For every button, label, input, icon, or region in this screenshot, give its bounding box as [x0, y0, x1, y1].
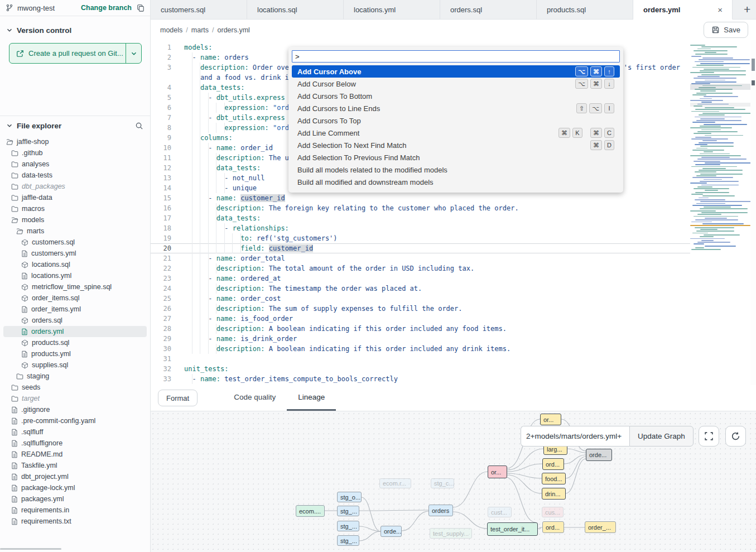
folder-item[interactable]: macros	[3, 203, 147, 214]
palette-item[interactable]: Add Cursors To Top	[292, 114, 620, 127]
code-line[interactable]: 15 - name: customer_id	[151, 193, 690, 203]
code-line[interactable]: 33 - name: test_order_items_compute_to_b…	[151, 374, 690, 384]
lineage-node[interactable]: ecom....	[296, 505, 325, 517]
save-button[interactable]: Save	[704, 22, 748, 38]
lineage-node[interactable]: stg_c...	[431, 478, 454, 488]
lineage-node[interactable]: or...	[488, 465, 507, 478]
file-item[interactable]: orders.sql	[3, 315, 147, 326]
palette-item[interactable]: Add Cursors to Line Ends⇧⌥I	[292, 102, 620, 114]
file-item[interactable]: metricflow_time_spine.sql	[3, 281, 147, 292]
panel-tab-lineage[interactable]: Lineage	[287, 385, 336, 411]
file-item[interactable]: supplies.sql	[3, 359, 147, 371]
close-tab-icon[interactable]: ×	[716, 5, 724, 15]
code-line[interactable]: 25 - name: order_cost	[151, 294, 690, 304]
folder-item[interactable]: dbt_packages	[3, 181, 147, 192]
file-item[interactable]: products.yml	[3, 348, 147, 359]
folder-item[interactable]: .github	[3, 147, 147, 159]
lineage-node[interactable]: orders	[428, 505, 453, 516]
lineage-node[interactable]: test_supply...	[430, 528, 472, 539]
palette-item[interactable]: Add Cursor Below⌥⌘↓	[292, 78, 620, 90]
lineage-node[interactable]: food...	[542, 473, 566, 484]
lineage-node[interactable]: stg_o...	[337, 492, 362, 502]
format-button[interactable]: Format	[158, 390, 198, 406]
tab-locations.yml[interactable]: locations.yml	[344, 0, 440, 19]
folder-item[interactable]: models	[3, 214, 147, 225]
file-item[interactable]: .sqlfluffignore	[3, 438, 147, 449]
file-item[interactable]: .gitignore	[3, 404, 147, 415]
tab-locations.sql[interactable]: locations.sql	[247, 0, 344, 19]
file-item[interactable]: package-lock.yml	[3, 482, 147, 493]
copy-branch-icon[interactable]	[137, 4, 145, 12]
file-item[interactable]: requirements.txt	[3, 516, 147, 527]
lineage-node[interactable]: stg_...	[337, 521, 359, 531]
tab-customers.sql[interactable]: customers.sql	[151, 0, 247, 19]
change-branch-link[interactable]: Change branch	[81, 4, 132, 12]
lineage-canvas[interactable]: Update Graph ecom.r...stg_c...stg_o...ec…	[151, 411, 756, 552]
folder-item[interactable]: target	[3, 393, 147, 404]
code-line[interactable]: 20 field: customer_id	[151, 243, 690, 253]
tab-products.sql[interactable]: products.sql	[537, 0, 633, 19]
file-item[interactable]: locations.yml	[3, 270, 147, 281]
panel-tab-code-quality[interactable]: Code quality	[223, 385, 287, 411]
code-line[interactable]: 22 description: The total amount of the …	[151, 263, 690, 273]
file-item[interactable]: .sqlfluff	[3, 426, 147, 438]
palette-item[interactable]: Build all modified and downstream models	[292, 176, 620, 188]
tab-orders.yml[interactable]: orders.yml×	[633, 0, 733, 20]
file-item[interactable]: order_items.yml	[3, 304, 147, 315]
code-line[interactable]: 19 to: ref('stg_customers')	[151, 233, 690, 243]
lineage-node[interactable]: ord...	[542, 458, 564, 470]
folder-item[interactable]: data-tests	[3, 170, 147, 181]
lineage-node[interactable]: stg_...	[337, 535, 359, 546]
pr-dropdown-chevron[interactable]	[126, 44, 141, 63]
breadcrumb-marts[interactable]: marts	[191, 26, 209, 34]
folder-item[interactable]: marts	[3, 225, 147, 237]
breadcrumb-models[interactable]: models	[160, 26, 182, 34]
file-item[interactable]: order_items.sql	[3, 292, 147, 304]
code-line[interactable]: 21 - name: order_total	[151, 253, 690, 263]
code-line[interactable]: 27 - name: is_food_order	[151, 314, 690, 324]
fullscreen-button[interactable]	[699, 426, 719, 447]
command-palette-input[interactable]	[292, 50, 620, 63]
code-line[interactable]: 26 description: The sum of supply expens…	[151, 304, 690, 314]
lineage-node[interactable]: cust...	[488, 507, 512, 517]
palette-item[interactable]: Add Selection To Previous Find Match	[292, 151, 620, 164]
code-line[interactable]: 31	[151, 354, 690, 364]
code-line[interactable]: 23 - name: ordered_at	[151, 273, 690, 284]
lineage-node[interactable]: orde...	[586, 449, 612, 461]
search-icon[interactable]	[135, 122, 143, 130]
file-item[interactable]: packages.yml	[3, 493, 147, 505]
editor-vscrollbar[interactable]	[750, 40, 756, 385]
file-item[interactable]: dbt_project.yml	[3, 471, 147, 482]
lineage-node[interactable]: order_...	[585, 521, 616, 533]
refresh-button[interactable]	[725, 426, 746, 447]
sidebar-hscrollbar[interactable]	[0, 548, 151, 550]
palette-item[interactable]: Add Cursors To Bottom	[292, 90, 620, 102]
lineage-node[interactable]: stg_...	[337, 506, 359, 516]
file-item[interactable]: requirements.in	[3, 505, 147, 516]
file-item[interactable]: README.md	[3, 449, 147, 460]
code-line[interactable]: 17 data_tests:	[151, 213, 690, 223]
minimap[interactable]	[690, 45, 750, 296]
palette-item[interactable]: Add Line Comment⌘K⌘C	[292, 127, 620, 139]
lineage-node[interactable]: or...	[540, 414, 561, 425]
lineage-node[interactable]: drin...	[542, 488, 566, 500]
file-item[interactable]: locations.sql	[3, 259, 147, 270]
file-item[interactable]: customers.yml	[3, 248, 147, 259]
update-graph-button[interactable]: Update Graph	[629, 426, 694, 447]
new-tab-button[interactable]: +	[739, 3, 755, 16]
lineage-node[interactable]: ecom.r...	[379, 478, 411, 488]
code-line[interactable]: 32unit_tests:	[151, 364, 690, 374]
folder-item[interactable]: seeds	[3, 382, 147, 393]
file-explorer-header[interactable]: File explorer	[0, 116, 150, 135]
palette-item[interactable]: Add Selection To Next Find Match⌘D	[292, 139, 620, 151]
file-item[interactable]: .pre-commit-config.yaml	[3, 415, 147, 426]
folder-item[interactable]: analyses	[3, 159, 147, 170]
palette-item[interactable]: Add Cursor Above⌥⌘↑	[292, 65, 620, 78]
folder-item[interactable]: jaffle-shop	[3, 136, 147, 147]
file-item[interactable]: products.sql	[3, 337, 147, 348]
lineage-filter-input[interactable]	[521, 426, 629, 447]
folder-item[interactable]: jaffle-data	[3, 192, 147, 203]
code-line[interactable]: 18 - relationships:	[151, 223, 690, 233]
palette-item[interactable]: Build all models related to the modified…	[292, 164, 620, 176]
tab-orders.sql[interactable]: orders.sql	[440, 0, 537, 19]
